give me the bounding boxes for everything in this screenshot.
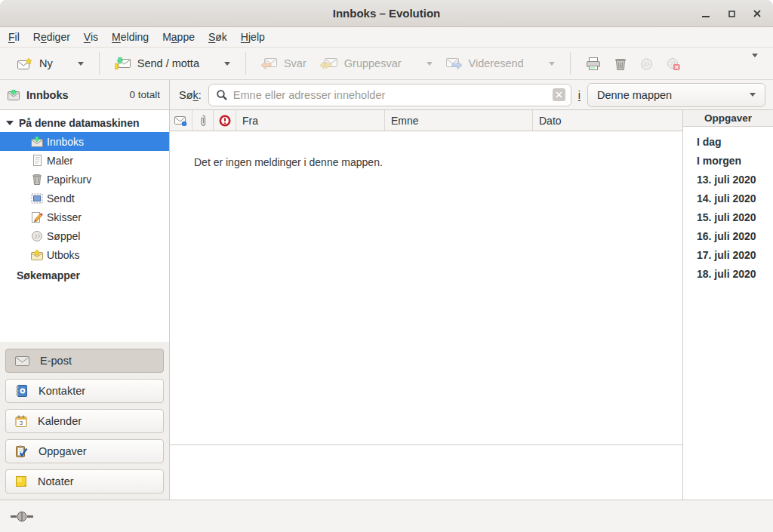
read-status-icon: [174, 115, 187, 126]
current-folder-name: Innboks: [26, 89, 69, 101]
task-group-date[interactable]: 15. juli 2020: [683, 208, 773, 226]
toolbar-overflow-button[interactable]: [747, 53, 762, 74]
delete-button[interactable]: [608, 53, 633, 75]
menu-fil[interactable]: Fil: [2, 29, 26, 45]
new-mail-icon: [17, 58, 32, 69]
clear-icon: [556, 91, 562, 98]
switcher-memos-button[interactable]: Notater: [5, 469, 164, 494]
folder-skisser[interactable]: Skisser: [0, 208, 169, 226]
menu-sok[interactable]: Søk: [202, 29, 234, 45]
task-group-tomorrow[interactable]: I morgen: [683, 151, 773, 170]
new-message-button[interactable]: Ny: [11, 53, 91, 74]
message-list-columns: Fra Emne Dato: [170, 110, 682, 131]
menubar: Fil Rediger Vis Melding Mappe Søk Hjelp: [0, 27, 773, 47]
online-status-button[interactable]: [11, 511, 33, 522]
search-scope-value: Denne mappen: [597, 89, 672, 101]
reply-all-dropdown-arrow[interactable]: [427, 62, 433, 66]
trash-icon: [614, 57, 627, 70]
task-group-date[interactable]: 14. juli 2020: [683, 189, 773, 208]
send-receive-icon: [115, 57, 131, 69]
folder-soppel[interactable]: Søppel: [0, 226, 169, 245]
search-in-label: i: [578, 89, 581, 101]
evolution-window: Innboks – Evolution Fil Rediger Vis Meld…: [0, 0, 773, 532]
task-group-date[interactable]: 17. juli 2020: [683, 245, 773, 264]
folder-maler[interactable]: Maler: [0, 151, 169, 170]
folder-papirkurv[interactable]: Papirkurv: [0, 170, 169, 189]
menu-vis[interactable]: Vis: [77, 29, 105, 45]
print-icon: [586, 57, 601, 70]
toolbar-separator: [245, 52, 246, 75]
column-read-status[interactable]: [170, 110, 192, 131]
empty-folder-message: Det er ingen meldinger i denne mappen.: [170, 131, 682, 444]
column-attachment[interactable]: [192, 110, 214, 131]
junk-button[interactable]: [633, 53, 660, 75]
tree-root-on-this-computer[interactable]: På denne datamaskinen: [0, 113, 169, 132]
task-list: I dag I morgen 13. juli 2020 14. juli 20…: [683, 127, 773, 283]
not-junk-button[interactable]: [660, 53, 687, 75]
online-plug-icon: [11, 511, 33, 522]
forward-dropdown-arrow[interactable]: [549, 62, 555, 66]
switcher-mail-button[interactable]: E-post: [5, 349, 164, 373]
message-list-pane: Fra Emne Dato Det er ingen meldinger i d…: [170, 110, 682, 500]
task-group-date[interactable]: 16. juli 2020: [683, 226, 773, 245]
folder-innboks[interactable]: Innboks: [0, 132, 169, 151]
switcher-contacts-button[interactable]: Kontakter: [5, 379, 164, 403]
clear-search-button[interactable]: [553, 88, 565, 101]
task-pane-header[interactable]: Oppgaver: [683, 110, 773, 127]
main-content: På denne datamaskinen Innboks Maler: [0, 110, 773, 500]
folder-sendt[interactable]: Sendt: [0, 189, 169, 208]
calendar-icon: 3: [15, 415, 27, 427]
window-title: Innboks – Evolution: [0, 7, 773, 20]
menu-hjelp[interactable]: Hjelp: [234, 29, 272, 45]
templates-icon: [30, 155, 44, 166]
drafts-icon: [30, 211, 44, 223]
reply-all-button[interactable]: Gruppesvar: [313, 53, 439, 74]
notes-icon: [15, 475, 27, 487]
toolbar-separator: [99, 52, 100, 75]
toolbar: Ny Send / motta Svar: [0, 47, 773, 80]
forward-icon: [446, 58, 462, 69]
close-button[interactable]: [747, 4, 767, 23]
column-subject[interactable]: Emne: [385, 110, 533, 131]
maximize-button[interactable]: [722, 4, 741, 23]
titlebar[interactable]: Innboks – Evolution: [0, 0, 773, 27]
tree-root-search-folders[interactable]: Søkemapper: [0, 266, 169, 284]
task-group-date[interactable]: 13. juli 2020: [683, 170, 773, 189]
new-dropdown-arrow[interactable]: [78, 62, 84, 66]
folder-header: Innboks 0 totalt: [0, 80, 170, 109]
switcher-calendar-button[interactable]: 3 Kalender: [5, 409, 164, 433]
search-input[interactable]: [233, 89, 547, 101]
send-receive-dropdown-arrow[interactable]: [224, 62, 230, 66]
expander-icon[interactable]: [6, 121, 14, 125]
search-icon: [216, 89, 228, 101]
important-icon: [219, 115, 231, 127]
column-from[interactable]: Fra: [236, 110, 385, 131]
junk-icon: [640, 57, 653, 70]
forward-button[interactable]: Videresend: [439, 53, 562, 74]
reply-all-icon: [320, 58, 337, 69]
folder-sidebar: På denne datamaskinen Innboks Maler: [0, 110, 170, 500]
menu-mappe[interactable]: Mappe: [156, 29, 202, 45]
junk-icon: [30, 230, 44, 241]
search-label: Søk:: [179, 89, 202, 101]
minimize-icon: [700, 8, 712, 20]
switcher-tasks-button[interactable]: Oppgaver: [5, 439, 164, 463]
folder-tree: På denne datamaskinen Innboks Maler: [0, 110, 169, 342]
not-junk-icon: [667, 57, 680, 70]
task-group-date[interactable]: 18. juli 2020: [683, 264, 773, 283]
task-group-today[interactable]: I dag: [683, 132, 773, 151]
window-controls: [690, 4, 773, 23]
menu-rediger[interactable]: Rediger: [26, 29, 77, 45]
reply-button[interactable]: Svar: [254, 53, 313, 74]
column-important[interactable]: [214, 110, 236, 131]
print-button[interactable]: [579, 53, 608, 75]
view-switcher: E-post Kontakter 3 Kalender Oppgaver Not…: [0, 342, 169, 500]
tasks-icon: [15, 445, 28, 457]
overflow-arrow-icon: [752, 54, 758, 69]
folder-utboks[interactable]: Utboks: [0, 245, 169, 264]
search-scope-dropdown[interactable]: Denne mappen: [587, 83, 765, 107]
column-date[interactable]: Dato: [533, 110, 682, 131]
menu-melding[interactable]: Melding: [105, 29, 156, 45]
minimize-button[interactable]: [696, 4, 716, 23]
send-receive-button[interactable]: Send / motta: [108, 53, 237, 74]
